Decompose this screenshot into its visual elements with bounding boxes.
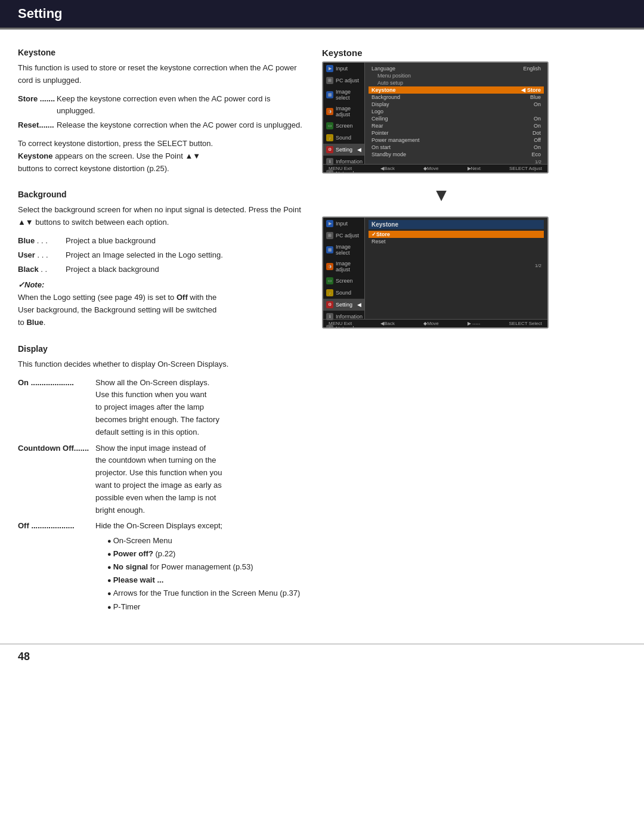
sidebar2-sound: ♪ Sound — [323, 287, 364, 299]
background-section: Background Select the background screen … — [18, 190, 310, 329]
menu-display-val: On — [534, 101, 541, 107]
s2-pc-label: PC adjust — [336, 233, 359, 239]
proj-sub-menu: Keystone ✓Store Reset 1/2 — [365, 218, 547, 319]
keystone-extra: To correct keystone distortion, press th… — [18, 138, 310, 175]
sidebar2-pcadjust: ⊞ PC adjust — [323, 230, 364, 241]
sub-store: ✓Store — [369, 231, 544, 238]
note-label: ✓Note: — [18, 280, 310, 289]
display-on-row: On .................... Show all the On-… — [18, 377, 310, 439]
off-bullets: On-Screen Menu Power off? (p.22) No sign… — [107, 534, 310, 614]
footer-back: ◀Back — [380, 166, 395, 171]
sidebar-sound-label: Sound — [336, 135, 351, 141]
sidebar-screen: ▭ Screen — [323, 120, 364, 132]
footer-adjust: SELECT Adjust — [509, 166, 542, 171]
bg-black-text: Project a black background — [66, 264, 159, 276]
display-off-def: Hide the On-Screen Displays except; On-S… — [95, 520, 310, 613]
keystone-panel: Keystone ▶ Input ⊞ PC adjust — [322, 48, 561, 174]
menu-rear-val: On — [534, 123, 541, 129]
bg-blue-row: Blue . . . Project a blue background — [18, 235, 310, 247]
menu-logo-label: Logo — [371, 109, 383, 114]
footer2-move: ◆Move — [423, 321, 439, 326]
s2-imgadj-icon: ◑ — [326, 263, 333, 270]
menu-onstart-label: On start — [371, 144, 391, 150]
sidebar-setting-label: Setting — [336, 147, 352, 153]
bullet-power-off: Power off? (p.22) — [107, 547, 310, 561]
input-icon: ▶ — [326, 65, 333, 72]
sidebar2-setting[interactable]: ⚙ Setting ◀ — [323, 299, 364, 311]
menu-menupos-label: Menu position — [377, 73, 411, 79]
menu-pointer-label: Pointer — [371, 130, 389, 136]
bullet-on-screen-menu: On-Screen Menu — [107, 534, 310, 547]
left-column: Keystone This function is used to store … — [18, 48, 310, 625]
menu-background: Background Blue — [369, 94, 544, 101]
footer2-select: SELECT Select — [509, 321, 542, 326]
display-countdown-def: Show the input image instead of the coun… — [95, 442, 310, 517]
footer2-menu-exit: MENU Exit — [329, 321, 352, 326]
s2-info-icon: ℹ — [326, 313, 333, 320]
menu-keystone: Keystone ◀ Store — [369, 86, 544, 94]
display-intro: This function decides whether to display… — [18, 358, 310, 371]
menu-language-label: Language — [371, 66, 395, 72]
menu-ceiling: Ceiling On — [369, 115, 544, 122]
sidebar-imgsel-label: Image select — [336, 89, 361, 101]
bullet-no-signal: No signal for Power management (p.53) — [107, 561, 310, 574]
sidebar2-screen: ▭ Screen — [323, 275, 364, 287]
keystone-store-row: Store ....... Keep the keystone correcti… — [18, 93, 310, 118]
footer2-next: ▶ ----- — [467, 321, 481, 326]
setting-chevron: ◀ — [357, 147, 361, 153]
menu-autosetup-label: Auto setup — [377, 80, 403, 86]
sidebar-imgadj-label: Image adjust — [336, 106, 361, 117]
bg-blue-text: Project a blue background — [66, 235, 156, 247]
sidebar-imgadj: ◑ Image adjust — [323, 103, 364, 120]
menu-standby-val: Eco — [531, 151, 541, 157]
keystone-reset-label: Reset....... — [18, 119, 57, 132]
footer-next: ▶Next — [467, 166, 481, 171]
menu-ceiling-label: Ceiling — [371, 116, 388, 122]
bg-user-label: User . . . — [18, 249, 66, 262]
s2-pc-icon: ⊞ — [326, 232, 333, 239]
sidebar-input: ▶ Input — [323, 63, 364, 75]
keystone-store-text: Keep the keystone correction even when t… — [57, 93, 310, 118]
sidebar2-imgadj: ◑ Image adjust — [323, 258, 364, 275]
footer-menu-exit: MENU Exit — [329, 166, 352, 171]
right-column: Keystone ▶ Input ⊞ PC adjust — [322, 48, 561, 625]
proj-main-menu-1: Language English Menu position Auto setu… — [365, 63, 547, 164]
s2-screen-label: Screen — [336, 278, 353, 284]
imgadj-icon: ◑ — [326, 108, 333, 115]
display-on-def: Show all the On-Screen displays. Use thi… — [95, 377, 310, 439]
page-number: 48 — [0, 643, 644, 669]
keystone-panel-title: Keystone — [322, 48, 561, 58]
display-countdown-term: Countdown Off....... — [18, 442, 95, 517]
keystone-reset-text: Release the keystone correction when the… — [57, 119, 310, 132]
menu-menupos: Menu position — [369, 72, 544, 79]
bullet-arrows: Arrows for the True function in the Scre… — [107, 587, 310, 600]
sidebar2-imgsel: ▦ Image select — [323, 241, 364, 258]
sidebar-pcadjust-label: PC adjust — [336, 78, 359, 83]
menu-ceiling-val: On — [534, 116, 541, 122]
display-off-row: Off .................... Hide the On-Scr… — [18, 520, 310, 613]
sidebar-setting[interactable]: ⚙ Setting ◀ — [323, 144, 364, 156]
info-icon: ℹ — [326, 158, 333, 165]
menu-display-label: Display — [371, 101, 389, 107]
s2-input-icon: ▶ — [326, 220, 333, 227]
s2-info-label: Information — [336, 314, 363, 320]
pcadjust-icon: ⊞ — [326, 77, 333, 84]
screen-icon: ▭ — [326, 122, 333, 129]
menu-standby-label: Standby mode — [371, 151, 406, 157]
s2-setting-label: Setting — [336, 302, 352, 308]
keystone-heading: Keystone — [18, 48, 310, 57]
menu-logo: Logo — [369, 108, 544, 115]
s2-input-label: Input — [336, 221, 348, 227]
menu-standby: Standby mode Eco — [369, 151, 544, 158]
menu-rear-label: Rear — [371, 123, 383, 129]
sidebar-sound: ♪ Sound — [323, 132, 364, 144]
proj-body-1: ▶ Input ⊞ PC adjust ▦ Image select ◑ — [323, 63, 547, 164]
sub-store-label: ✓Store — [371, 231, 390, 237]
sidebar-screen-label: Screen — [336, 123, 353, 129]
proj-body-2: ▶ Input ⊞ PC adjust ▦ Image select ◑ Ima… — [323, 218, 547, 319]
setting-icon: ⚙ — [326, 146, 333, 153]
menu-background-label: Background — [371, 94, 400, 100]
page-indicator-2: 1/2 — [369, 245, 544, 268]
sidebar-pcadjust: ⊞ PC adjust — [323, 75, 364, 86]
display-section: Display This function decides whether to… — [18, 344, 310, 614]
